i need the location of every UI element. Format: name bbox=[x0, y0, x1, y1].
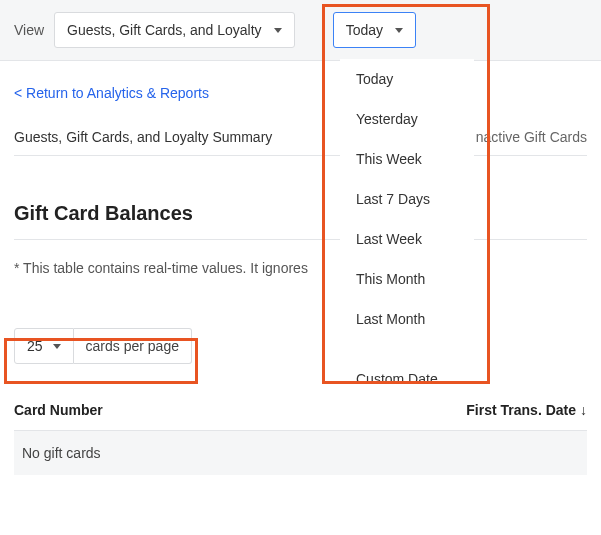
caret-down-icon bbox=[53, 344, 61, 349]
page-title: Gift Card Balances bbox=[14, 202, 587, 225]
menu-item-last-7-days[interactable]: Last 7 Days bbox=[340, 179, 474, 219]
page-size-select[interactable]: 25 bbox=[14, 328, 74, 364]
view-select-value: Guests, Gift Cards, and Loyalty bbox=[67, 22, 262, 38]
view-label: View bbox=[14, 22, 44, 38]
table-header: Card Number First Trans. Date ↓ bbox=[14, 390, 587, 431]
menu-item-this-week[interactable]: This Week bbox=[340, 139, 474, 179]
tab-summary[interactable]: Guests, Gift Cards, and Loyalty Summary bbox=[14, 129, 272, 145]
caret-down-icon bbox=[395, 28, 403, 33]
menu-item-yesterday[interactable]: Yesterday bbox=[340, 99, 474, 139]
tabs: Guests, Gift Cards, and Loyalty Summary … bbox=[14, 129, 587, 156]
menu-separator bbox=[340, 339, 474, 359]
page-size-value: 25 bbox=[27, 338, 43, 354]
caret-down-icon bbox=[274, 28, 282, 33]
topbar: View Guests, Gift Cards, and Loyalty Tod… bbox=[0, 0, 601, 61]
page-size-control: 25 cards per page bbox=[14, 328, 587, 364]
menu-item-custom-date[interactable]: Custom Date bbox=[340, 359, 474, 399]
tab-inactive-gift-cards[interactable]: nactive Gift Cards bbox=[476, 129, 587, 145]
view-select[interactable]: Guests, Gift Cards, and Loyalty bbox=[54, 12, 295, 48]
menu-item-this-month[interactable]: This Month bbox=[340, 259, 474, 299]
page-size-label: cards per page bbox=[74, 328, 192, 364]
content: < Return to Analytics & Reports Guests, … bbox=[0, 61, 601, 475]
date-select-value: Today bbox=[346, 22, 383, 38]
table: Card Number First Trans. Date ↓ No gift … bbox=[14, 390, 587, 475]
col-card-number[interactable]: Card Number bbox=[14, 402, 103, 418]
col-first-trans-label: First Trans. Date bbox=[466, 402, 576, 418]
menu-item-last-week[interactable]: Last Week bbox=[340, 219, 474, 259]
table-empty-row: No gift cards bbox=[14, 431, 587, 475]
divider bbox=[14, 239, 587, 240]
menu-item-last-month[interactable]: Last Month bbox=[340, 299, 474, 339]
col-first-trans-date[interactable]: First Trans. Date ↓ bbox=[466, 402, 587, 418]
date-dropdown-menu: Today Yesterday This Week Last 7 Days La… bbox=[340, 59, 474, 399]
back-link[interactable]: < Return to Analytics & Reports bbox=[14, 85, 209, 101]
menu-item-today[interactable]: Today bbox=[340, 59, 474, 99]
arrow-down-icon: ↓ bbox=[580, 402, 587, 418]
date-select[interactable]: Today bbox=[333, 12, 416, 48]
note-text: * This table contains real-time values. … bbox=[14, 260, 587, 276]
